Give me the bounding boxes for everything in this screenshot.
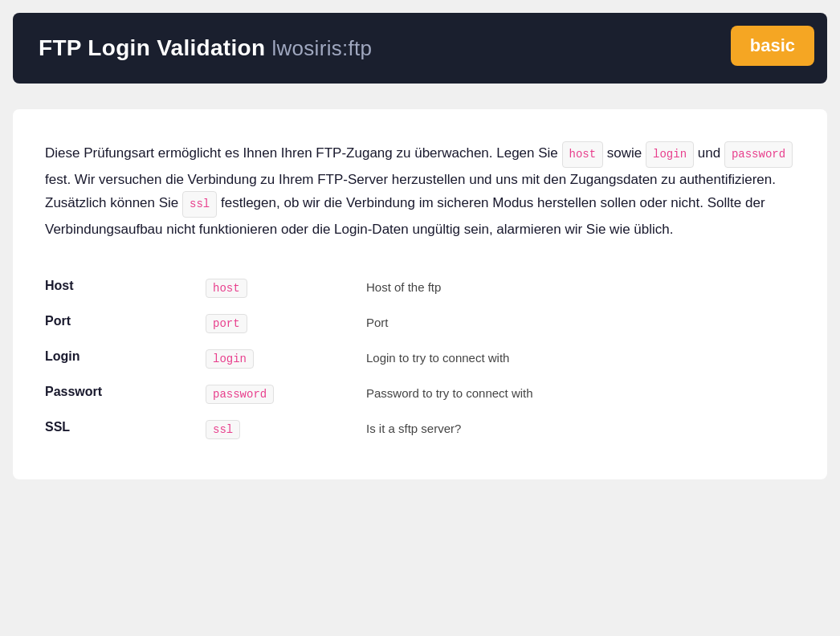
description-paragraph: Diese Prüfungsart ermöglicht es Ihnen Ih…	[45, 141, 795, 242]
param-label-login: Login	[45, 341, 206, 377]
table-row: Login login Login to try to connect with	[45, 341, 795, 377]
content-area: Diese Prüfungsart ermöglicht es Ihnen Ih…	[13, 109, 827, 479]
param-label-ssl: SSL	[45, 412, 206, 447]
param-label-host: Host	[45, 271, 206, 306]
table-row: SSL ssl Is it a sftp server?	[45, 412, 795, 447]
param-code-port: port	[206, 306, 366, 341]
param-label-passwort: Passwort	[45, 377, 206, 412]
code-password: password	[724, 141, 793, 168]
code-login: login	[646, 141, 694, 168]
table-row: Passwort password Password to try to con…	[45, 377, 795, 412]
desc-part1: Diese Prüfungsart ermöglicht es Ihnen Ih…	[45, 145, 562, 161]
param-label-port: Port	[45, 306, 206, 341]
desc-part1c: und	[694, 145, 724, 161]
param-desc-host: Host of the ftp	[366, 271, 795, 306]
code-ssl: ssl	[182, 191, 217, 218]
header-card: FTP Login Validationlwosiris:ftp basic	[13, 13, 827, 84]
title-main: FTP Login Validation	[39, 35, 265, 60]
table-row: Host host Host of the ftp	[45, 271, 795, 306]
title-subtitle: lwosiris:ftp	[271, 36, 372, 60]
param-desc-port: Port	[366, 306, 795, 341]
desc-part1b: sowie	[603, 145, 646, 161]
param-code-password: password	[206, 377, 366, 412]
params-table: Host host Host of the ftp Port port Port…	[45, 271, 795, 447]
code-host: host	[562, 141, 604, 168]
param-code-ssl: ssl	[206, 412, 366, 447]
param-desc-password: Password to try to connect with	[366, 377, 795, 412]
param-code-host: host	[206, 271, 366, 306]
param-desc-login: Login to try to connect with	[366, 341, 795, 377]
badge-basic: basic	[731, 26, 814, 66]
table-row: Port port Port	[45, 306, 795, 341]
param-desc-ssl: Is it a sftp server?	[366, 412, 795, 447]
param-code-login: login	[206, 341, 366, 377]
page-title: FTP Login Validationlwosiris:ftp	[39, 35, 801, 61]
page-wrapper: FTP Login Validationlwosiris:ftp basic D…	[0, 0, 840, 492]
